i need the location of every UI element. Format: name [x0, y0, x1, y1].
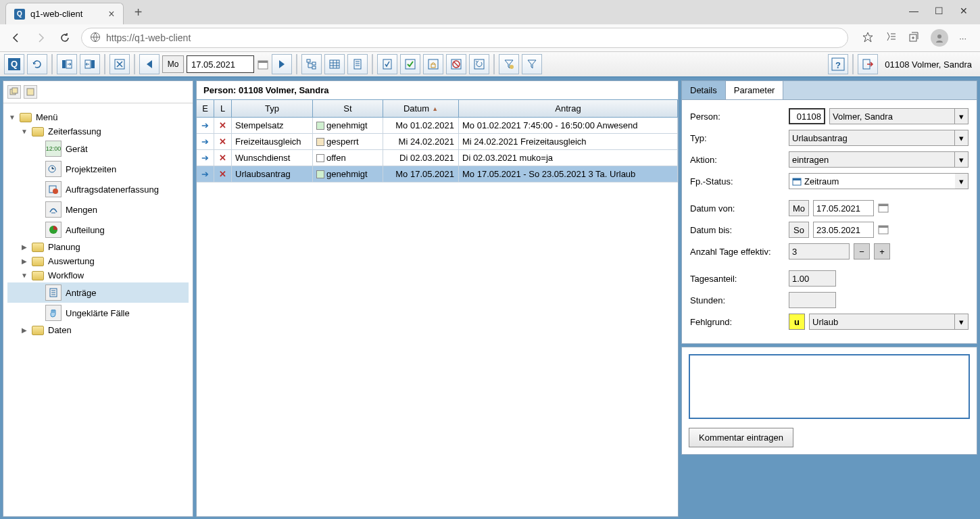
lock-button[interactable]	[423, 54, 443, 74]
panel-left-button[interactable]	[57, 54, 77, 74]
tree-ungeklaert[interactable]: Ungeklärte Fälle	[7, 303, 189, 323]
tab-parameter[interactable]: Parameter	[726, 81, 784, 99]
von-dow	[789, 200, 809, 216]
tagesanteil-input[interactable]	[789, 270, 836, 287]
table-row[interactable]: ➔ ✕ Stempelsatz genehmigt Mo 01.02.2021 …	[197, 118, 678, 134]
profile-avatar[interactable]	[931, 29, 948, 47]
table-button[interactable]	[324, 54, 345, 74]
tree-zeiterfassung[interactable]: ▼Zeiterfassung	[7, 124, 189, 139]
sidebar-stack-icon[interactable]	[7, 85, 21, 99]
check-doc-button[interactable]	[377, 54, 397, 74]
next-button[interactable]	[272, 54, 292, 74]
tree-daten[interactable]: ▶Daten	[7, 323, 189, 337]
help-button[interactable]: ?	[828, 54, 848, 74]
arrow-right-icon[interactable]: ➔	[201, 120, 209, 130]
approve-button[interactable]	[400, 54, 420, 74]
calendar-icon[interactable]	[878, 224, 889, 237]
tree-auftrag[interactable]: Auftragsdatenerfassung	[7, 179, 189, 199]
arrow-right-icon[interactable]: ➔	[201, 137, 209, 147]
forward-button[interactable]	[32, 30, 49, 46]
minus-button[interactable]: −	[854, 243, 870, 260]
url-input[interactable]	[106, 32, 839, 43]
dropdown-icon[interactable]: ▾	[955, 130, 969, 146]
delete-icon[interactable]: ✕	[219, 153, 226, 163]
tree-menu[interactable]: ▼Menü	[7, 110, 189, 124]
filter-config-button[interactable]	[499, 54, 519, 74]
dropdown-icon[interactable]: ▾	[955, 173, 969, 189]
tree-mengen[interactable]: Mengen	[7, 199, 189, 220]
favorites-list-icon[interactable]	[885, 31, 897, 45]
col-antrag[interactable]: Antrag	[459, 100, 678, 117]
collections-icon[interactable]	[908, 31, 920, 45]
arrow-right-icon[interactable]: ➔	[201, 169, 209, 179]
filter-button[interactable]	[522, 54, 542, 74]
fpstatus-value: Zeitraum	[804, 176, 839, 187]
app-logo-button[interactable]: Q	[4, 54, 24, 74]
logout-button[interactable]	[858, 54, 878, 74]
calendar-icon[interactable]	[878, 202, 889, 215]
tree-workflow[interactable]: ▼Workflow	[7, 268, 189, 282]
center-title: Person: 01108 Volmer, Sandra	[197, 81, 678, 99]
hierarchy-button[interactable]	[301, 54, 322, 74]
refresh-button[interactable]	[27, 54, 47, 74]
cancel-button[interactable]	[109, 54, 130, 74]
folder-icon	[32, 271, 44, 280]
tree-aufteilung[interactable]: Aufteilung	[7, 220, 189, 240]
table-row[interactable]: ➔ ✕ Urlaubsantrag genehmigt Mo 17.05.202…	[197, 166, 678, 182]
person-name-input	[829, 108, 955, 124]
calendar-icon	[792, 176, 802, 186]
close-tab-icon[interactable]: ×	[108, 8, 114, 20]
delete-icon[interactable]: ✕	[219, 120, 226, 130]
col-e[interactable]: E	[197, 100, 214, 117]
delete-icon[interactable]: ✕	[219, 137, 226, 147]
stunden-input[interactable]	[789, 292, 836, 308]
clock-icon	[45, 161, 62, 177]
dropdown-icon[interactable]: ▾	[955, 314, 969, 330]
bis-date-input[interactable]	[813, 222, 874, 238]
von-date-input[interactable]	[813, 200, 874, 216]
col-l[interactable]: L	[214, 100, 232, 117]
tab-details[interactable]: Details	[682, 81, 726, 99]
document-button[interactable]	[347, 54, 368, 74]
aktion-select[interactable]	[789, 151, 955, 168]
person-id-input[interactable]	[789, 108, 825, 124]
col-typ[interactable]: Typ	[232, 100, 313, 117]
col-st[interactable]: St	[313, 100, 383, 117]
prev-button[interactable]	[139, 54, 160, 74]
tree-antraege[interactable]: Anträge	[7, 282, 189, 303]
tree-projektzeiten[interactable]: Projektzeiten	[7, 159, 189, 179]
typ-select[interactable]	[789, 130, 955, 146]
favorite-icon[interactable]	[862, 31, 874, 45]
panel-right-button[interactable]	[80, 54, 100, 74]
comment-textarea[interactable]	[689, 354, 970, 419]
plus-button[interactable]: +	[874, 243, 890, 260]
toolbar-date[interactable]: 17.05.2021	[187, 55, 254, 73]
tree-geraet[interactable]: 12:00Gerät	[7, 139, 189, 159]
table-row[interactable]: ➔ ✕ Wunschdienst offen Di 02.03.2021 Di …	[197, 150, 678, 166]
dropdown-icon[interactable]: ▾	[955, 151, 969, 168]
svg-rect-20	[431, 64, 435, 68]
delete-icon[interactable]: ✕	[219, 169, 226, 179]
undo-button[interactable]	[469, 54, 489, 74]
tree-planung[interactable]: ▶Planung	[7, 240, 189, 254]
forbid-button[interactable]	[446, 54, 466, 74]
minimize-icon[interactable]: —	[909, 5, 918, 16]
back-button[interactable]	[8, 30, 24, 46]
calendar-icon[interactable]	[257, 58, 269, 70]
tree-auswertung[interactable]: ▶Auswertung	[7, 254, 189, 268]
sidebar-single-icon[interactable]	[24, 85, 37, 99]
maximize-icon[interactable]: ☐	[935, 5, 944, 16]
reload-button[interactable]	[57, 30, 73, 46]
fehlgrund-select[interactable]	[809, 314, 955, 330]
close-window-icon[interactable]: ✕	[960, 5, 968, 16]
browser-tab[interactable]: Q q1-web-client ×	[5, 3, 124, 24]
folder-icon	[32, 326, 44, 335]
comment-submit-button[interactable]: Kommentar eintragen	[689, 428, 793, 447]
dropdown-icon[interactable]: ▾	[955, 108, 969, 124]
url-bar[interactable]	[81, 28, 848, 48]
arrow-right-icon[interactable]: ➔	[201, 153, 209, 163]
col-datum[interactable]: Datum▲	[383, 100, 459, 117]
more-icon[interactable]: ···	[959, 33, 966, 43]
table-row[interactable]: ➔ ✕ Freizeitausgleich gesperrt Mi 24.02.…	[197, 134, 678, 150]
new-tab-button[interactable]: +	[129, 5, 148, 20]
